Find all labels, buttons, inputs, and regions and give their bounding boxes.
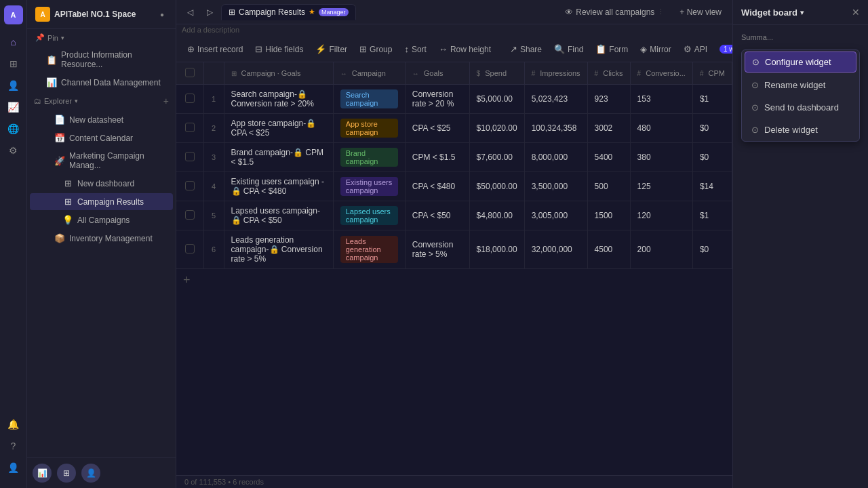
row-height-button[interactable]: ↔ Row height [433, 41, 496, 57]
cell-rownum-4: 5 [203, 201, 224, 230]
header-checkbox[interactable] [185, 68, 195, 77]
cell-campaign-goals-2[interactable]: Brand campaign-🔒 CPM < $1.5 [224, 143, 333, 172]
cell-cpm-0: $1 [692, 85, 732, 114]
cell-campaign-5[interactable]: Leads generation campaign [333, 230, 405, 269]
cell-goals-3[interactable]: CPA < $480 [405, 172, 469, 201]
insert-record-button[interactable]: ⊕ Insert record [182, 41, 248, 57]
form-button[interactable]: 📋 Form [590, 41, 633, 57]
find-button[interactable]: 🔍 Find [549, 41, 589, 57]
row-checkbox-1[interactable] [185, 123, 195, 132]
cell-clicks-1: 3002 [587, 114, 630, 143]
campaign-tag-5: Leads generation campaign [340, 236, 398, 263]
cell-goals-0[interactable]: Conversion rate > 20 % [405, 85, 469, 114]
sidebar-item-product-info[interactable]: 📋 Product Information Resource... [30, 47, 173, 73]
explorer-add-icon[interactable]: + [163, 96, 169, 106]
people-icon[interactable]: 👤 [4, 76, 23, 95]
cell-impressions-3: 3,500,000 [524, 172, 587, 201]
explorer-section[interactable]: 🗂 Explorer ▾ + [27, 92, 176, 110]
cell-campaign-goals-0[interactable]: Search campaign-🔒 Conversion rate > 20% [224, 85, 333, 114]
sidebar-item-content-calendar[interactable]: 📅 Content Calendar [30, 129, 173, 146]
sidebar-item-campaign-results[interactable]: ⊞ Campaign Results [30, 193, 173, 210]
table-row: 6 Leads generation campaign-🔒 Conversion… [176, 230, 732, 269]
sidebar-item-new-datasheet[interactable]: 📄 New datasheet [30, 111, 173, 128]
row-checkbox-3[interactable] [185, 181, 195, 190]
cell-cpm-4: $1 [692, 201, 732, 230]
cell-goals-5[interactable]: Conversion rate > 5% [405, 230, 469, 269]
api-button[interactable]: ⚙ API [678, 41, 713, 57]
group-button[interactable]: ⊞ Group [354, 41, 397, 57]
cell-goals-2[interactable]: CPM < $1.5 [405, 143, 469, 172]
row-checkbox-0[interactable] [185, 94, 195, 103]
settings-icon[interactable]: ⚙ [4, 141, 23, 160]
cell-campaign-1[interactable]: App store campaign [333, 114, 405, 143]
cell-goals-4[interactable]: CPA < $50 [405, 201, 469, 230]
cell-campaign-3[interactable]: Existing users campaign [333, 172, 405, 201]
row-checkbox-2[interactable] [185, 152, 195, 161]
th-checkbox[interactable] [176, 62, 203, 85]
nav-back-icon[interactable]: ◁ [182, 5, 199, 20]
search-icon[interactable]: ⊞ [4, 54, 23, 73]
nav-forward-icon[interactable]: ▷ [201, 5, 218, 20]
cell-checkbox-3[interactable] [176, 172, 203, 201]
th-cpm: # CPM [692, 62, 732, 85]
inventory-icon: 📦 [54, 233, 65, 243]
cell-campaign-goals-3[interactable]: Existing users campaign - 🔒 CPA < $480 [224, 172, 333, 201]
hide-icon: ⊟ [255, 44, 262, 54]
globe-icon[interactable]: 🌐 [4, 119, 23, 138]
review-all-button[interactable]: 👁 Review all campaigns ⋮ [559, 5, 670, 19]
add-row-button[interactable]: + [176, 269, 732, 291]
cell-checkbox-1[interactable] [176, 114, 203, 143]
cell-goals-1[interactable]: CPA < $25 [405, 114, 469, 143]
hide-fields-button[interactable]: ⊟ Hide fields [250, 41, 309, 57]
campaign-tag-3: Existing users campaign [340, 177, 398, 196]
cell-conversions-4: 120 [630, 201, 692, 230]
status-text: 0 of 111,553 • 6 records [184, 478, 264, 486]
sort-button[interactable]: ↕ Sort [399, 41, 432, 57]
cell-checkbox-2[interactable] [176, 143, 203, 172]
filter-button[interactable]: ⚡ Filter [310, 41, 353, 57]
cell-campaign-2[interactable]: Brand campaign [333, 143, 405, 172]
sidebar-item-marketing[interactable]: 🚀 Marketing Campaign Manag... [30, 148, 173, 174]
col-icon-conversions: # [637, 70, 642, 77]
cell-impressions-5: 32,000,000 [524, 230, 587, 269]
cell-campaign-goals-5[interactable]: Leads generation campaign-🔒 Conversion r… [224, 230, 333, 269]
cell-campaign-4[interactable]: Lapsed users campaign [333, 201, 405, 230]
new-view-button[interactable]: + New view [674, 5, 727, 19]
pin-section[interactable]: 📌 Pin ▾ [27, 29, 176, 46]
cell-checkbox-4[interactable] [176, 201, 203, 230]
cell-checkbox-5[interactable] [176, 230, 203, 269]
cell-checkbox-0[interactable] [176, 85, 203, 114]
share-button[interactable]: ↗ Share [505, 41, 547, 57]
row-checkbox-4[interactable] [185, 210, 195, 220]
description-text[interactable]: Add a description [176, 24, 732, 37]
sort-icon: ↕ [404, 44, 409, 54]
cell-campaign-0[interactable]: Search campaign [333, 85, 405, 114]
sidebar-item-new-dashboard[interactable]: ⊞ New dashboard [30, 175, 173, 192]
cell-campaign-goals-1[interactable]: App store campaign-🔒 CPA < $25 [224, 114, 333, 143]
campaign-results-icon: ⊞ [62, 197, 73, 207]
rename-widget-icon: ⊙ [751, 80, 759, 90]
help-icon[interactable]: ? [4, 436, 23, 455]
home-icon[interactable]: ⌂ [4, 33, 23, 52]
widget-board-chevron-icon: ▾ [800, 9, 804, 16]
footer-icon-3[interactable]: 👤 [81, 464, 100, 483]
sidebar-item-channel-data[interactable]: 📊 Channel Data Management [30, 74, 173, 91]
rename-widget-item[interactable]: ⊙ Rename widget [742, 74, 859, 96]
cell-rownum-0: 1 [203, 85, 224, 114]
tab-campaign-results[interactable]: ⊞ Campaign Results ★ Manager [221, 4, 356, 20]
close-panel-button[interactable]: ✕ [852, 7, 860, 18]
workspace-badge: ● [157, 9, 167, 20]
cell-campaign-goals-4[interactable]: Lapsed users campaign-🔒 CPA < $50 [224, 201, 333, 230]
mirror-button[interactable]: ◈ Mirror [635, 41, 676, 57]
row-checkbox-5[interactable] [185, 244, 195, 253]
delete-widget-item[interactable]: ⊙ Delete widget [742, 119, 859, 141]
bell-icon[interactable]: 🔔 [4, 415, 23, 434]
send-to-dashboard-item[interactable]: ⊙ Send to dashboard [742, 96, 859, 119]
avatar-icon[interactable]: 👤 [4, 458, 23, 477]
footer-icon-2[interactable]: ⊞ [57, 464, 76, 483]
footer-icon-1[interactable]: 📊 [33, 464, 52, 483]
configure-widget-item[interactable]: ⊙ Configure widget [745, 52, 856, 73]
sidebar-item-inventory[interactable]: 📦 Inventory Management [30, 230, 173, 247]
chart-icon[interactable]: 📈 [4, 98, 23, 117]
sidebar-item-all-campaigns[interactable]: 💡 All Campaigns [30, 211, 173, 228]
